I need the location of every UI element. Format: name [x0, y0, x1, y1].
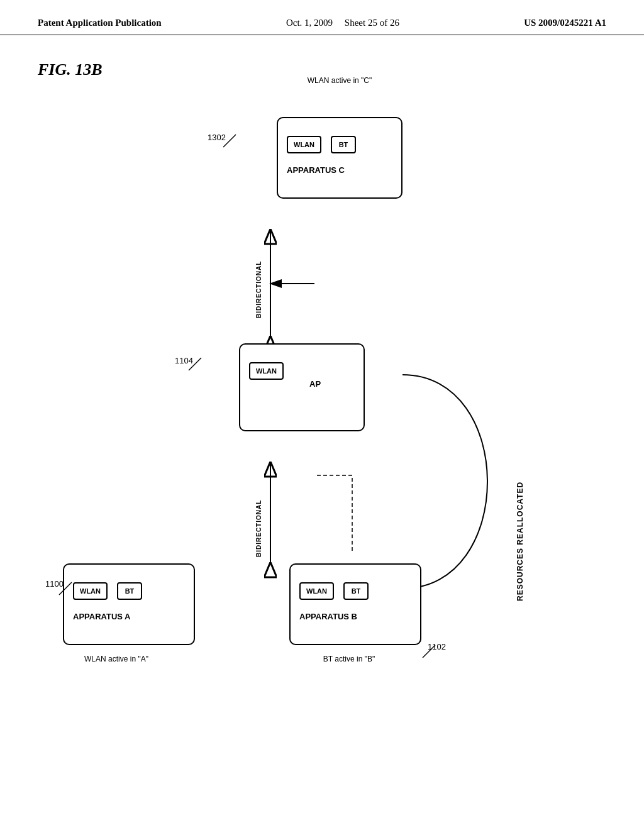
- annotation-b: BT active in "B": [283, 655, 415, 663]
- bidirectional-lower-label: BIDIRECTIONAL: [255, 475, 262, 557]
- ap-box: WLAN AP: [239, 343, 365, 431]
- ref-1102: 1102: [428, 642, 446, 651]
- ref-1302: 1302: [208, 133, 226, 142]
- header-center: Oct. 1, 2009 Sheet 25 of 26: [286, 18, 399, 28]
- apparatus-c-wlan: WLAN: [287, 136, 321, 153]
- apparatus-a-wlan: WLAN: [73, 582, 108, 600]
- ap-wlan: WLAN: [249, 362, 284, 380]
- ap-label: AP: [309, 379, 321, 389]
- bidirectional-upper-label: BIDIRECTIONAL: [255, 236, 262, 318]
- ref-1100: 1100: [45, 579, 64, 589]
- apparatus-b-box: WLAN BT APPARATUS B: [289, 563, 421, 645]
- apparatus-c-box: WLAN BT APPARATUS C: [277, 117, 402, 199]
- apparatus-b-label: APPARATUS B: [299, 612, 357, 621]
- apparatus-a-label: APPARATUS A: [73, 612, 130, 621]
- apparatus-c-bt: BT: [331, 136, 356, 153]
- apparatus-b-bt: BT: [343, 582, 369, 600]
- apparatus-a-box: WLAN BT APPARATUS A: [63, 563, 195, 645]
- sheet-info: Sheet 25 of 26: [345, 18, 399, 28]
- diagram-area: FIG. 13B: [0, 35, 644, 802]
- publication-date: Oct. 1, 2009: [286, 18, 333, 28]
- apparatus-a-bt: BT: [117, 582, 142, 600]
- apparatus-c-label: APPARATUS C: [287, 165, 345, 175]
- annotation-c: WLAN active in "C": [277, 76, 402, 85]
- ref-1104: 1104: [175, 356, 193, 365]
- annotation-a: WLAN active in "A": [50, 655, 182, 663]
- resources-reallocated-label: RESOURCES REALLOCATED: [516, 350, 525, 601]
- patent-number: US 2009/0245221 A1: [524, 18, 606, 28]
- figure-label: FIG. 13B: [38, 60, 103, 79]
- apparatus-b-wlan: WLAN: [299, 582, 334, 600]
- publication-title: Patent Application Publication: [38, 18, 162, 28]
- page-header: Patent Application Publication Oct. 1, 2…: [0, 0, 644, 35]
